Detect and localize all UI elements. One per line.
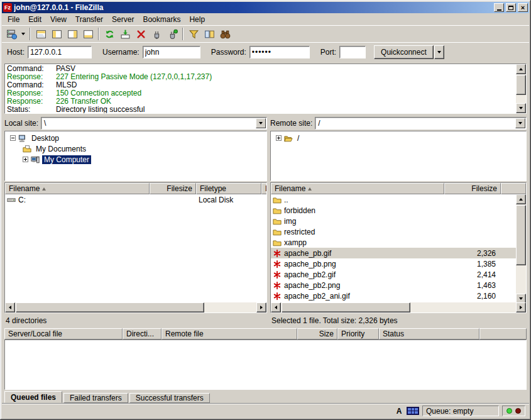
expand-icon[interactable] xyxy=(276,135,282,141)
list-item-file[interactable]: apache_pb.png 1,385 xyxy=(271,258,516,269)
column-header-filler xyxy=(479,328,527,340)
column-header-priority[interactable]: Priority xyxy=(337,328,379,340)
local-horizontal-scrollbar[interactable] xyxy=(5,302,266,312)
column-header-filename[interactable]: Filename xyxy=(5,183,150,194)
status-bar: A Queue: empty xyxy=(2,403,529,418)
menu-transfer[interactable]: Transfer xyxy=(71,14,107,25)
list-item-folder[interactable]: restricted xyxy=(271,226,516,237)
minimize-button[interactable] xyxy=(494,3,504,12)
host-input[interactable] xyxy=(28,46,92,58)
remote-horizontal-scrollbar[interactable] xyxy=(271,302,526,312)
tree-item-desktop[interactable]: Desktop xyxy=(6,133,265,143)
remote-site-dropdown[interactable] xyxy=(515,118,525,128)
transfer-queue: Server/Local file Directi... Remote file… xyxy=(2,327,529,390)
column-header-lastmodified[interactable]: L xyxy=(261,183,267,194)
column-header-direction[interactable]: Directi... xyxy=(123,328,161,340)
title-bar[interactable]: Fz john@127.0.0.1 - FileZilla × xyxy=(2,2,529,13)
local-site-dropdown[interactable] xyxy=(256,118,266,128)
scroll-down-button[interactable] xyxy=(516,103,526,113)
menu-edit[interactable]: Edit xyxy=(24,14,46,25)
toggle-remote-tree-button[interactable] xyxy=(65,27,80,41)
tree-item-root[interactable]: / xyxy=(272,133,525,143)
list-item-file[interactable]: apache_pb2.png 1,463 xyxy=(271,280,516,290)
queue-tabs: Queued files Failed transfers Successful… xyxy=(2,390,529,403)
disconnect-button[interactable] xyxy=(149,27,164,41)
port-input[interactable] xyxy=(339,46,366,58)
remote-directory-tree: / xyxy=(270,131,527,181)
column-header-filesize[interactable]: Filesize xyxy=(150,183,196,194)
menu-file[interactable]: File xyxy=(3,14,24,25)
list-item-file-selected[interactable]: apache_pb.gif 2,326 xyxy=(271,248,516,258)
close-button[interactable]: × xyxy=(518,3,528,12)
list-item-file[interactable]: apache_pb2_ani.gif 2,160 xyxy=(271,290,516,301)
scrollbar-thumb[interactable] xyxy=(282,302,410,312)
scroll-down-button[interactable] xyxy=(516,294,526,302)
site-manager-icon xyxy=(6,29,17,40)
menu-server[interactable]: Server xyxy=(107,14,138,25)
process-queue-button[interactable] xyxy=(118,27,133,41)
scroll-right-button[interactable] xyxy=(516,302,526,312)
maximize-button[interactable] xyxy=(506,3,516,12)
scroll-left-button[interactable] xyxy=(271,302,281,312)
list-item-c-drive[interactable]: C: Local Disk xyxy=(5,194,266,205)
password-input[interactable] xyxy=(249,46,310,58)
menu-view[interactable]: View xyxy=(46,14,71,25)
scroll-up-button[interactable] xyxy=(516,194,526,204)
remote-list-body: .. forbidden img xyxy=(271,194,526,302)
tab-successful-transfers[interactable]: Successful transfers xyxy=(129,393,210,403)
column-header-remote-file[interactable]: Remote file xyxy=(161,328,297,340)
open-folder-icon xyxy=(284,134,293,143)
menu-help[interactable]: Help xyxy=(185,14,209,25)
tree-item-my-documents[interactable]: My Documents xyxy=(6,143,265,154)
column-header-filetype[interactable]: Filetype xyxy=(196,183,261,194)
log-scrollbar[interactable] xyxy=(516,64,526,113)
arrow-left-icon xyxy=(275,306,277,309)
disconnect-icon xyxy=(151,29,162,40)
username-input[interactable] xyxy=(143,46,200,58)
column-header-filesize[interactable]: Filesize xyxy=(444,183,501,194)
list-item-file[interactable]: apache_pb2.gif 2,414 xyxy=(271,269,516,280)
list-item-folder[interactable]: img xyxy=(271,216,516,226)
quickconnect-button[interactable]: Quickconnect xyxy=(374,45,434,59)
quickconnect-bar: Host: Username: Password: Port: Quickcon… xyxy=(2,42,529,61)
toggle-queue-button[interactable] xyxy=(80,27,96,41)
collapse-icon[interactable] xyxy=(10,135,16,141)
cancel-button[interactable] xyxy=(133,27,148,41)
tree-item-my-computer[interactable]: My Computer xyxy=(6,154,265,165)
scroll-up-button[interactable] xyxy=(516,64,526,74)
remote-site-combobox[interactable]: / xyxy=(315,117,527,130)
column-header-size[interactable]: Size xyxy=(297,328,337,340)
toggle-message-log-button[interactable] xyxy=(33,27,48,41)
scroll-left-button[interactable] xyxy=(5,302,15,312)
site-manager-button[interactable] xyxy=(4,27,19,41)
list-item-folder[interactable]: forbidden xyxy=(271,205,516,216)
quickconnect-dropdown[interactable] xyxy=(434,45,444,59)
tab-queued-files[interactable]: Queued files xyxy=(4,391,62,403)
activity-indicators xyxy=(502,406,525,416)
scrollbar-thumb[interactable] xyxy=(516,75,526,95)
message-log-icon xyxy=(36,29,47,40)
find-files-button[interactable] xyxy=(217,27,233,41)
folder-icon xyxy=(273,196,282,204)
column-header-filename[interactable]: Filename xyxy=(271,183,444,194)
remote-vertical-scrollbar[interactable] xyxy=(516,194,526,302)
expand-icon[interactable] xyxy=(23,157,28,162)
toolbar-separator xyxy=(98,28,99,40)
column-header-status[interactable]: Status xyxy=(379,328,479,340)
scrollbar-thumb[interactable] xyxy=(516,205,526,265)
directory-comparison-button[interactable] xyxy=(202,27,217,41)
scrollbar-thumb[interactable] xyxy=(16,302,204,312)
toggle-local-tree-button[interactable] xyxy=(49,27,64,41)
site-manager-dropdown[interactable] xyxy=(19,27,27,41)
scroll-right-button[interactable] xyxy=(256,302,266,312)
menu-bookmarks[interactable]: Bookmarks xyxy=(138,14,185,25)
filter-button[interactable] xyxy=(186,27,201,41)
refresh-button[interactable] xyxy=(102,27,117,41)
reconnect-button[interactable] xyxy=(165,27,180,41)
list-item-parent-dir[interactable]: .. xyxy=(271,194,516,205)
list-item-folder[interactable]: xampp xyxy=(271,237,516,248)
tab-failed-transfers[interactable]: Failed transfers xyxy=(63,393,128,403)
column-header-server-local-file[interactable]: Server/Local file xyxy=(4,328,123,340)
local-list-body: C: Local Disk xyxy=(5,194,266,302)
local-site-combobox[interactable]: \ xyxy=(41,117,267,130)
